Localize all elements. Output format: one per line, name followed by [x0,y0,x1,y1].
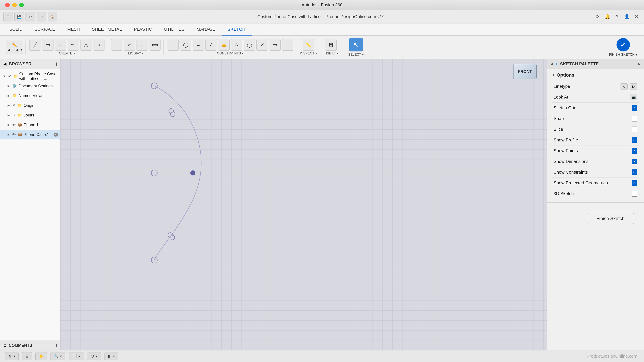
design-button[interactable]: ✏️ DESIGN ▾ [6,40,23,54]
mirror-tool[interactable]: ⟺ [149,39,161,51]
minimize-button[interactable] [12,3,17,7]
lock-constraint[interactable]: 🔒 [218,39,230,51]
sketch-canvas[interactable] [60,59,547,350]
tree-item-joints[interactable]: ▶ 👁 📁 Joints [0,110,60,120]
equals-constraint[interactable]: = [193,39,204,51]
tab-history-button[interactable]: ⟳ [594,13,602,21]
spline-tool[interactable]: 〜 [68,39,79,51]
expand-origin[interactable]: ▶ [7,103,11,107]
tri-constraint[interactable]: △ [231,39,242,51]
palette-expand-arrow[interactable]: ▶ [638,62,641,66]
sketch-midpoint[interactable] [190,171,195,175]
offset-tool[interactable]: ⊂ [136,39,148,51]
rect-constraint[interactable]: ▭ [269,39,280,51]
show-points-checkbox[interactable]: ✓ [632,148,637,154]
comments-expand-icon[interactable]: | [56,343,57,348]
grid-bottom-button[interactable]: ⊞ [22,352,32,360]
tab-mesh[interactable]: MESH [61,23,86,35]
expand-doc[interactable]: ▶ [7,84,11,88]
3d-sketch-checkbox[interactable] [632,191,637,197]
canvas-area[interactable]: FRONT [60,59,547,350]
tab-notification-button[interactable]: 🔔 [604,13,612,21]
sketch-point-2[interactable] [151,170,157,176]
viewcube[interactable]: FRONT [513,64,540,84]
fillet-tool[interactable]: ⌒ [111,39,122,51]
insert-image-tool[interactable]: 🖼 [325,39,336,51]
create-label[interactable]: CREATE ▾ [59,51,75,55]
vis-joints[interactable]: 👁 [12,113,16,117]
display-button[interactable]: ⬜ ▾ [69,352,84,360]
browser-settings-icon[interactable]: ⊡ [50,62,54,66]
tab-sheet-metal[interactable]: SHEET METAL [86,23,128,35]
show-constraints-checkbox[interactable]: ✓ [632,169,637,175]
tree-item-root[interactable]: ▼ 👁 📁 Custom Phone Case with Lattice – .… [0,71,60,81]
snap-bottom-button[interactable]: ⊕ ▾ [5,352,18,360]
tree-item-origin[interactable]: ▶ 👁 📁 Origin [0,100,60,110]
tab-utilities[interactable]: UTILITIES [158,23,190,35]
sketch-grid-checkbox[interactable]: ✓ [632,105,637,111]
viewcube-front-face[interactable]: FRONT [513,64,537,79]
home-button[interactable]: 🏠 [48,12,57,21]
angle-constraint[interactable]: ∠ [206,39,217,51]
line-constraint[interactable]: ⊥ [167,39,178,51]
tab-sketch[interactable]: SKETCH [222,23,252,35]
tab-manage[interactable]: MANAGE [190,23,222,35]
tab-user-button[interactable]: 👤 [623,13,631,21]
snap-checkbox[interactable] [632,116,637,121]
zoom-button[interactable]: 🔍 ▾ [50,352,66,360]
vis-phonecase[interactable]: 👁 [12,133,16,137]
tree-item-named-views[interactable]: ▶ 📁 Named Views [0,91,60,100]
linetype-left-btn[interactable]: ◁ [620,83,628,89]
palette-collapse-icon[interactable]: ◀ [550,62,553,66]
circle-tool[interactable]: ○ [55,39,66,51]
modify-label[interactable]: MODIFY ▾ [128,51,144,55]
tab-plastic[interactable]: PLASTIC [128,23,158,35]
arc-constraint[interactable]: ◯ [180,39,191,51]
line-tool[interactable]: ╱ [29,39,41,51]
pan-button[interactable]: ✋ [36,352,47,360]
tree-item-phone[interactable]: ▶ 👁 📦 Phone:1 [0,120,60,130]
tab-close-button[interactable]: ✕ [632,13,641,21]
inspect-label[interactable]: INSPECT ▾ [300,51,317,55]
undo-button[interactable]: ↩ [26,12,35,21]
finish-sketch-top-button[interactable]: ✔ FINISH SKETCH ▾ [606,38,641,56]
trim-tool[interactable]: ✂ [124,39,135,51]
expand-root[interactable]: ▼ [2,74,6,78]
cross-constraint[interactable]: ✕ [256,39,268,51]
slice-checkbox[interactable] [632,126,637,132]
expand-joints[interactable]: ▶ [7,113,11,117]
grid-menu-button[interactable]: ⊞ [3,12,13,21]
vis-origin[interactable]: 👁 [12,104,16,107]
redo-button[interactable]: ↪ [36,12,46,21]
constraints-label[interactable]: CONSTRAINTS ▾ [217,51,244,55]
show-profile-checkbox[interactable]: ✓ [632,137,637,143]
tree-item-phonecase[interactable]: ▶ 👁 📦 Phone Case:1 ● [0,130,60,139]
triangle-tool[interactable]: △ [80,39,92,51]
expand-views[interactable]: ▶ [7,94,11,98]
browser-expand-icon[interactable]: | [56,62,57,66]
expand-phonecase[interactable]: ▶ [7,133,11,137]
select-button[interactable]: ↖ SELECT ▾ [345,38,367,56]
comments-toggle-icon[interactable]: ⊡ [3,343,6,348]
vis-root[interactable]: 👁 [8,74,12,78]
maximize-button[interactable] [19,3,24,7]
show-dimensions-checkbox[interactable]: ✓ [632,159,637,164]
collapse-browser-icon[interactable]: ◀ [3,62,6,66]
tree-item-doc-settings[interactable]: ▶ ⚙️ Document Settings [0,81,60,91]
close-button[interactable] [5,3,10,7]
tab-help-button[interactable]: ? [613,13,621,21]
tab-surface[interactable]: SURFACE [28,23,61,35]
inspect-tool[interactable]: 📏 [303,39,314,51]
rect-tool[interactable]: ▭ [42,39,54,51]
save-menu-button[interactable]: 💾 [14,12,24,21]
tab-solid[interactable]: SOLID [3,23,28,35]
circ-constraint[interactable]: ◯ [244,39,255,51]
expand-phone[interactable]: ▶ [7,123,11,127]
vis-phone[interactable]: 👁 [12,123,16,127]
linetype-right-btn[interactable]: ▷ [630,83,637,89]
other-constraint[interactable]: ⊢ [282,39,293,51]
render-button[interactable]: ⬡ ▾ [87,352,101,360]
insert-label[interactable]: INSERT ▾ [324,51,338,55]
dimension-tool[interactable]: ↔ [93,39,104,51]
tab-add-button[interactable]: ＋ [584,13,592,21]
